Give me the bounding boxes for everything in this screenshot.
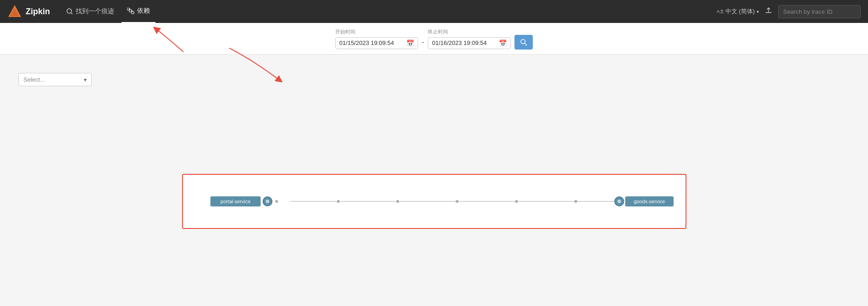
connector-dot — [275, 200, 278, 203]
midpoint-dot-5 — [574, 200, 577, 203]
arrow-annotation-1 — [151, 27, 188, 54]
start-time-input[interactable] — [339, 39, 404, 46]
language-selector[interactable]: A文 中文 (简体) ▾ — [716, 7, 759, 16]
upload-button[interactable] — [764, 6, 773, 17]
start-time-input-wrap[interactable]: 📅 — [335, 37, 418, 49]
nav-links: 找到一个痕迹 依赖 — [61, 0, 155, 23]
app-title: Zipkin — [26, 7, 50, 17]
portal-service-connector-inner — [265, 200, 269, 203]
chevron-down-icon: ▾ — [84, 77, 87, 83]
end-time-field: 终止时间 📅 — [428, 28, 511, 49]
graph-container: portal-service goods-service — [182, 174, 686, 229]
search-button[interactable] — [514, 35, 533, 50]
select-placeholder: Select... — [23, 76, 81, 83]
annotation-1 — [151, 27, 188, 56]
service-select[interactable]: Select... ▾ — [18, 73, 92, 86]
time-range-separator: - — [422, 31, 424, 46]
nav-find-trace[interactable]: 找到一个痕迹 — [61, 0, 120, 23]
midpoint-dot-4 — [515, 200, 518, 203]
end-time-input[interactable] — [432, 39, 496, 46]
nav-dependencies[interactable]: 依赖 — [122, 0, 155, 23]
search-icon — [66, 8, 73, 15]
toolbar: 开始时间 📅 - 终止时间 📅 — [0, 23, 868, 55]
start-calendar-icon[interactable]: 📅 — [406, 39, 414, 47]
datetime-group: 开始时间 📅 - 终止时间 📅 — [335, 28, 533, 50]
dependency-section: portal-service goods-service — [182, 174, 686, 229]
zipkin-logo-icon — [7, 4, 22, 19]
midpoint-dot-2 — [396, 200, 399, 203]
end-time-label: 终止时间 — [428, 28, 511, 35]
midpoint-dot-3 — [455, 200, 458, 203]
search-trace-input[interactable] — [778, 5, 861, 18]
logo[interactable]: Zipkin — [7, 4, 50, 19]
start-time-field: 开始时间 📅 — [335, 28, 418, 49]
svg-text:A文: A文 — [717, 9, 724, 14]
svg-rect-5 — [129, 10, 132, 12]
lang-chevron-icon: ▾ — [757, 9, 759, 14]
portal-service-label: portal-service — [220, 199, 250, 204]
search-button-icon — [520, 39, 527, 46]
navbar: Zipkin 找到一个痕迹 依赖 A文 中文 (简体) — [0, 0, 868, 23]
svg-line-11 — [525, 43, 526, 45]
navbar-right: A文 中文 (简体) ▾ — [716, 5, 861, 18]
translate-icon: A文 — [716, 8, 724, 15]
goods-service-label: goods-service — [634, 199, 665, 204]
goods-service-connector-inner — [617, 200, 621, 203]
svg-rect-6 — [132, 11, 134, 14]
svg-rect-4 — [127, 8, 129, 10]
dependency-graph: portal-service goods-service — [192, 188, 676, 215]
main-content: Select... ▾ portal-service — [0, 55, 868, 238]
start-time-label: 开始时间 — [335, 28, 418, 35]
end-time-input-wrap[interactable]: 📅 — [428, 37, 511, 49]
svg-point-2 — [67, 9, 72, 13]
svg-line-3 — [71, 13, 72, 14]
midpoint-dot-1 — [337, 200, 339, 203]
upload-icon — [764, 6, 773, 15]
end-calendar-icon[interactable]: 📅 — [499, 39, 507, 47]
dependencies-icon — [127, 8, 134, 14]
